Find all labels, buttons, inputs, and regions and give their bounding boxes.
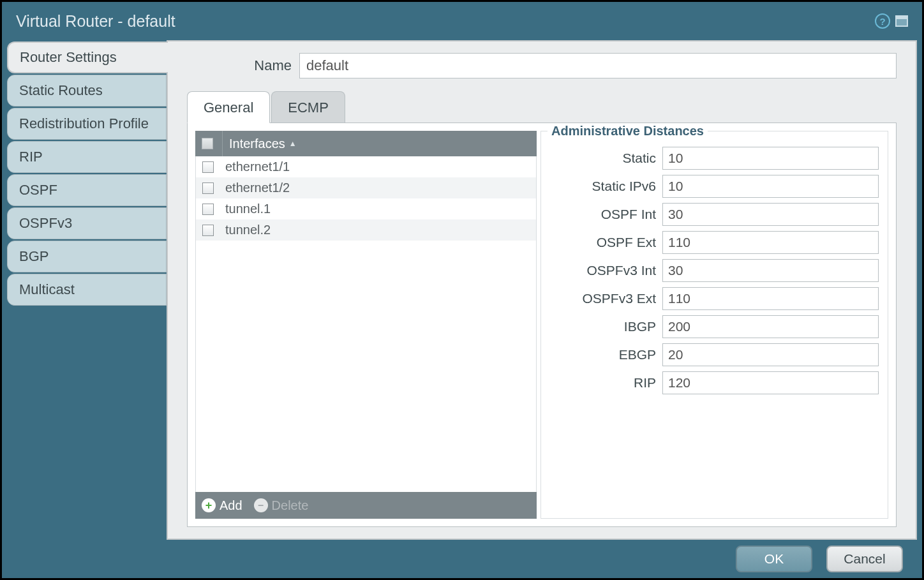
row-checkbox[interactable] [202,225,214,236]
admin-distances-title: Administrative Distances [548,124,708,138]
sidebar-item-label: OSPFv3 [19,215,72,232]
add-button[interactable]: + Add [202,498,242,513]
name-input[interactable] [299,53,897,78]
ad-row-ebgp: EBGP [550,343,879,366]
ad-input-ibgp[interactable] [662,315,879,338]
help-icon[interactable]: ? [875,13,890,29]
tab-label: General [204,100,253,115]
interface-name: tunnel.2 [225,223,271,237]
tabs-row: General ECMP [187,91,897,123]
sidebar-item-multicast[interactable]: Multicast [7,274,167,306]
admin-distances-body: Static Static IPv6 OSPF Int OSPF Ext OSP… [550,131,879,394]
ad-input-ebgp[interactable] [662,343,879,366]
cancel-label: Cancel [844,551,885,567]
tab-general[interactable]: General [187,91,270,123]
tab-ecmp[interactable]: ECMP [271,91,345,123]
sidebar-item-label: Redistribution Profile [19,115,149,132]
ok-label: OK [764,551,784,567]
interfaces-list: ethernet1/1 ethernet1/2 tunnel.1 tunnel.… [195,156,537,492]
dialog-window: Virtual Router - default ? Router Settin… [2,2,922,578]
interface-row[interactable]: ethernet1/1 [196,156,536,177]
sidebar-item-label: OSPF [19,182,57,198]
ad-label: IBGP [550,319,662,334]
window-title: Virtual Router - default [16,12,175,31]
ad-input-ospfv3-ext[interactable] [662,287,879,310]
row-checkbox[interactable] [202,161,214,173]
sidebar-item-ospf[interactable]: OSPF [7,174,167,206]
ad-row-ospf-ext: OSPF Ext [550,231,879,254]
interfaces-panel: Interfaces ▲ ethernet1/1 ethernet1/2 tun… [195,131,537,519]
ad-row-static-ipv6: Static IPv6 [550,175,879,198]
add-label: Add [220,498,242,513]
ad-label: EBGP [550,347,662,362]
interface-row[interactable]: tunnel.2 [196,219,536,241]
interfaces-header-label[interactable]: Interfaces [229,137,285,151]
name-row: Name [187,53,897,78]
delete-button[interactable]: – Delete [254,498,309,513]
ad-row-ospfv3-int: OSPFv3 Int [550,259,879,282]
row-checkbox[interactable] [202,182,214,194]
name-label: Name [187,57,299,74]
maximize-icon[interactable] [895,15,908,27]
titlebar-controls: ? [875,13,908,29]
interface-name: ethernet1/2 [225,181,290,195]
interface-name: tunnel.1 [225,202,271,216]
sort-ascending-icon[interactable]: ▲ [289,139,297,148]
ad-row-ospf-int: OSPF Int [550,203,879,226]
sidebar-item-label: RIP [19,149,43,165]
ad-label: OSPFv3 Ext [550,291,662,306]
sidebar-item-bgp[interactable]: BGP [7,241,167,272]
body-area: Router Settings Static Routes Redistribu… [2,40,922,540]
ad-row-ospfv3-ext: OSPFv3 Ext [550,287,879,310]
ad-row-ibgp: IBGP [550,315,879,338]
sidebar-item-label: Multicast [19,281,75,298]
ad-label: Static [550,151,662,166]
ad-input-ospf-int[interactable] [662,203,879,226]
sidebar-item-label: BGP [19,248,48,265]
delete-label: Delete [272,498,309,513]
ad-label: RIP [550,375,662,390]
sidebar-item-label: Static Routes [19,82,103,99]
administrative-distances-group: Administrative Distances Static Static I… [540,131,888,519]
ad-label: OSPF Int [550,207,662,222]
interface-name: ethernet1/1 [225,160,290,174]
plus-icon: + [202,498,216,512]
column-separator [222,131,223,156]
sidebar-item-rip[interactable]: RIP [7,141,167,173]
ad-row-static: Static [550,147,879,170]
ad-input-static[interactable] [662,147,879,170]
tab-label: ECMP [288,100,329,115]
row-checkbox[interactable] [202,204,214,215]
sidebar-item-static-routes[interactable]: Static Routes [7,75,167,107]
interface-row[interactable]: tunnel.1 [196,198,536,219]
dialog-footer: OK Cancel [2,540,922,578]
interfaces-footer: + Add – Delete [195,492,537,519]
ad-label: Static IPv6 [550,179,662,194]
ad-input-rip[interactable] [662,371,879,394]
sidebar-item-router-settings[interactable]: Router Settings [7,41,168,73]
ad-row-rip: RIP [550,371,879,394]
sidebar: Router Settings Static Routes Redistribu… [7,40,167,540]
select-all-checkbox[interactable] [202,138,213,149]
sidebar-item-label: Router Settings [20,49,117,66]
minus-icon: – [254,498,268,512]
interfaces-header: Interfaces ▲ [195,131,537,156]
ok-button[interactable]: OK [736,546,812,572]
main-panel: Name General ECMP Interfaces ▲ ethernet1 [167,40,917,540]
ad-label: OSPF Ext [550,235,662,250]
sidebar-item-redistribution-profile[interactable]: Redistribution Profile [7,108,167,140]
sidebar-item-ospfv3[interactable]: OSPFv3 [7,207,167,239]
cancel-button[interactable]: Cancel [826,546,903,572]
interface-row[interactable]: ethernet1/2 [196,177,536,198]
titlebar: Virtual Router - default ? [2,2,922,40]
ad-label: OSPFv3 Int [550,263,662,278]
ad-input-ospfv3-int[interactable] [662,259,879,282]
ad-input-ospf-ext[interactable] [662,231,879,254]
tab-content: Interfaces ▲ ethernet1/1 ethernet1/2 tun… [187,123,897,527]
ad-input-static-ipv6[interactable] [662,175,879,198]
